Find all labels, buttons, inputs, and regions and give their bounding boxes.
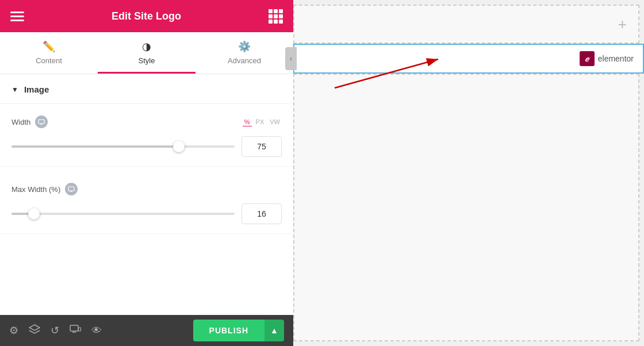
max-width-group: Max Width (%) 16: [0, 167, 293, 234]
style-tab-icon: ◑: [142, 40, 151, 53]
max-width-label-row: Max Width (%): [12, 178, 282, 195]
width-unit-toggle: % PX VW: [243, 118, 282, 126]
advanced-tab-icon: ⚙️: [238, 40, 251, 53]
publish-button[interactable]: PUBLISH: [193, 320, 264, 341]
section-collapse-arrow[interactable]: ▼: [12, 86, 18, 94]
collapse-panel-button[interactable]: ‹: [285, 47, 297, 70]
image-section-header: ▼ Image: [0, 74, 293, 104]
width-label: Width: [12, 118, 30, 126]
unit-vw[interactable]: VW: [268, 118, 282, 126]
panel-header: Edit Site Logo: [0, 0, 293, 32]
svg-rect-8: [79, 328, 81, 331]
max-width-slider-track[interactable]: [12, 213, 235, 215]
panel-content: ▼ Image Width % PX VW: [0, 74, 293, 315]
width-group: Width % PX VW: [0, 104, 293, 167]
width-slider-fill: [12, 145, 179, 148]
publish-button-wrapper: PUBLISH ▲: [193, 320, 284, 341]
width-slider-thumb[interactable]: [173, 141, 185, 152]
max-width-responsive-icon[interactable]: [65, 183, 78, 195]
responsive-icon[interactable]: [70, 325, 81, 337]
max-width-value-input[interactable]: 16: [241, 203, 282, 224]
hamburger-icon[interactable]: [10, 11, 24, 21]
left-panel: Edit Site Logo ✏️ Content ◑ Style ⚙️ Adv…: [0, 0, 293, 346]
max-width-slider-row: 16: [12, 203, 282, 224]
elementor-e-icon: 𝘦: [580, 51, 595, 66]
content-tab-icon: ✏️: [43, 40, 55, 53]
tab-style[interactable]: ◑ Style: [98, 32, 195, 74]
layers-icon[interactable]: [29, 324, 40, 337]
elementor-bar: ‹ 𝘦 elementor: [293, 44, 644, 74]
preview-icon[interactable]: 👁: [91, 325, 102, 337]
panel-title: Edit Site Logo: [112, 10, 181, 22]
tab-style-label: Style: [139, 56, 155, 65]
canvas-bottom-section: [293, 74, 639, 341]
width-slider-row: 75: [12, 136, 282, 157]
width-slider-track[interactable]: [12, 145, 235, 148]
add-section-icon[interactable]: +: [618, 16, 627, 33]
max-width-label: Max Width (%): [12, 185, 60, 194]
width-responsive-icon[interactable]: [35, 116, 48, 128]
section-title: Image: [24, 84, 49, 94]
svg-rect-0: [39, 120, 44, 124]
canvas-top-section: +: [293, 5, 639, 44]
max-width-slider-thumb[interactable]: [28, 208, 40, 220]
tab-advanced[interactable]: ⚙️ Advanced: [195, 32, 293, 74]
settings-icon[interactable]: ⚙: [9, 324, 18, 337]
history-icon[interactable]: ↺: [51, 324, 59, 337]
width-value-input[interactable]: 75: [241, 136, 282, 157]
publish-dropdown-arrow[interactable]: ▲: [264, 320, 284, 341]
tab-content[interactable]: ✏️ Content: [0, 32, 98, 74]
tab-content-label: Content: [36, 56, 62, 65]
tab-advanced-label: Advanced: [228, 56, 261, 65]
tabs-bar: ✏️ Content ◑ Style ⚙️ Advanced: [0, 32, 293, 74]
right-canvas: + ‹ 𝘦 elementor: [293, 0, 644, 346]
unit-percent[interactable]: %: [243, 118, 252, 126]
elementor-text: elementor: [598, 54, 634, 63]
width-label-row: Width % PX VW: [12, 116, 282, 128]
bottom-bar: ⚙ ↺ 👁 PUBLISH ▲: [0, 315, 293, 346]
elementor-logo: 𝘦 elementor: [580, 51, 634, 66]
unit-px[interactable]: PX: [254, 118, 266, 126]
svg-rect-3: [68, 187, 74, 191]
svg-rect-6: [70, 325, 78, 331]
grid-icon[interactable]: [269, 9, 283, 24]
